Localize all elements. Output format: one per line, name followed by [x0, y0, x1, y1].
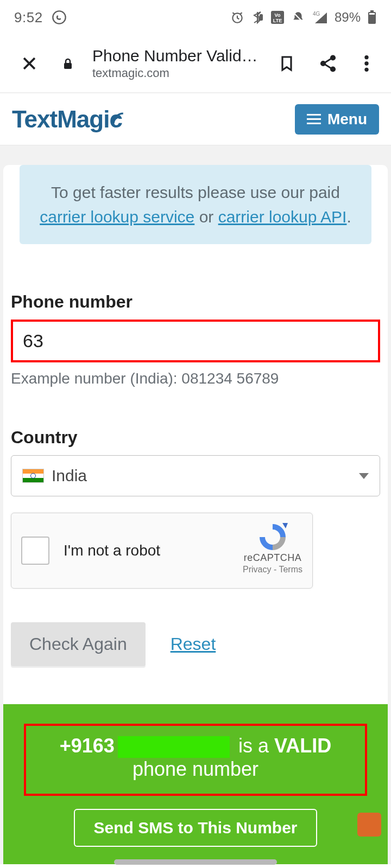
bluetooth-icon: [251, 10, 264, 24]
phone-label: Phone number: [11, 292, 380, 312]
carrier-service-link[interactable]: carrier lookup service: [40, 208, 194, 226]
status-time: 9:52: [14, 9, 43, 26]
share-icon[interactable]: [314, 54, 342, 73]
svg-marker-17: [282, 523, 288, 528]
site-header: TextMagic Menu: [0, 93, 391, 145]
result-text: +9163 is a VALID phone number: [24, 724, 367, 796]
check-again-button[interactable]: Check Again: [11, 622, 146, 666]
page-title: Phone Number Valid…: [92, 47, 260, 65]
carrier-api-link[interactable]: carrier lookup API: [218, 208, 347, 226]
svg-point-15: [364, 61, 368, 65]
svg-text:4G: 4G: [313, 11, 320, 17]
browser-toolbar: Phone Number Valid… textmagic.com: [0, 35, 391, 92]
svg-text:LTE: LTE: [273, 18, 282, 23]
redacted-number: [118, 736, 230, 758]
close-icon[interactable]: [15, 54, 43, 73]
svg-rect-8: [370, 10, 374, 12]
reset-link[interactable]: Reset: [171, 634, 216, 654]
send-sms-button[interactable]: Send SMS to This Number: [74, 809, 317, 847]
hamburger-icon: [307, 111, 321, 127]
svg-text:Vo: Vo: [275, 12, 281, 18]
svg-rect-9: [369, 13, 375, 15]
country-value: India: [52, 467, 87, 485]
recaptcha-widget: I'm not a robot reCAPTCHA Privacy - Term…: [11, 513, 313, 589]
status-bar: 9:52 VoLTE 4G 89%: [0, 0, 391, 35]
gesture-bar: [114, 859, 277, 865]
chevron-down-icon: [359, 473, 369, 479]
recaptcha-brand: reCAPTCHA: [243, 552, 302, 564]
phone-input[interactable]: [11, 320, 380, 362]
volte-icon: VoLTE: [270, 10, 285, 24]
recaptcha-checkbox[interactable]: [21, 537, 49, 565]
result-banner: +9163 is a VALID phone number Send SMS t…: [3, 704, 388, 864]
recaptcha-legal[interactable]: Privacy - Terms: [243, 565, 302, 575]
whatsapp-icon: [52, 10, 67, 25]
menu-button[interactable]: Menu: [295, 104, 379, 135]
mute-icon: [291, 10, 305, 24]
signal-icon: 4G: [312, 10, 328, 24]
menu-label: Menu: [327, 111, 367, 128]
svg-rect-10: [64, 63, 72, 69]
alarm-icon: [230, 10, 244, 24]
info-notice: To get faster results please use our pai…: [20, 165, 371, 244]
bookmark-icon[interactable]: [273, 53, 301, 74]
svg-point-14: [364, 55, 368, 59]
battery-icon: [367, 10, 377, 25]
india-flag-icon: [22, 469, 44, 483]
svg-rect-2: [260, 14, 263, 21]
floating-badge-icon[interactable]: [357, 813, 381, 837]
overflow-menu-icon[interactable]: [355, 54, 378, 73]
country-label: Country: [11, 427, 380, 448]
brand-logo[interactable]: TextMagic: [12, 106, 122, 133]
svg-point-16: [364, 68, 368, 72]
recaptcha-icon: [255, 521, 290, 550]
svg-point-0: [53, 11, 65, 23]
lock-icon: [56, 56, 79, 71]
battery-percent: 89%: [335, 10, 361, 25]
phone-helper: Example number (India): 081234 56789: [11, 370, 380, 387]
recaptcha-label: I'm not a robot: [64, 542, 160, 559]
page-host: textmagic.com: [92, 66, 260, 80]
country-select[interactable]: India: [11, 455, 380, 496]
